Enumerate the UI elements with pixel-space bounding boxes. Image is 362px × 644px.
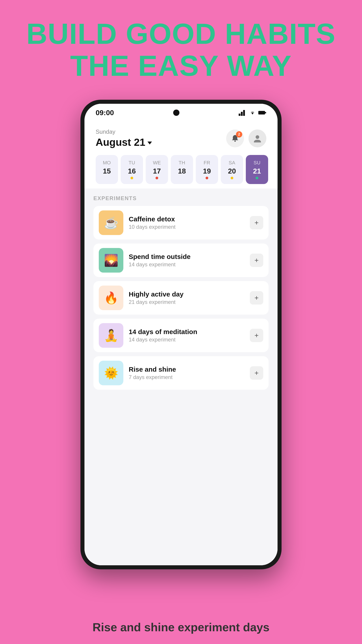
experiment-icon-outside: 🌄 — [99, 248, 123, 272]
svg-marker-0 — [239, 114, 240, 116]
calendar-day-17[interactable]: WE17 — [146, 155, 168, 184]
experiment-icon-meditation: 🧘 — [99, 323, 123, 348]
status-bar: 09:00 — [84, 104, 278, 122]
status-time: 09:00 — [96, 109, 114, 117]
calendar-day-18[interactable]: TH18 — [171, 155, 193, 184]
experiment-subtitle-outside: 14 days experiment — [129, 262, 245, 268]
svg-marker-2 — [243, 110, 245, 116]
experiment-subtitle-riseshine: 7 days experiment — [129, 374, 245, 380]
calendar-day-16[interactable]: TU16 — [121, 155, 143, 184]
calendar-day-19[interactable]: FR19 — [196, 155, 218, 184]
day-label: Sunday — [96, 128, 152, 135]
phone-device: 09:00 — [80, 100, 282, 569]
experiment-title-riseshine: Rise and shine — [129, 366, 245, 373]
experiment-add-button-outside[interactable]: + — [250, 254, 263, 267]
experiments-section: EXPERIMENTS ☕Caffeine detox10 days exper… — [84, 188, 278, 565]
experiment-title-meditation: 14 days of meditation — [129, 328, 245, 336]
experiment-card-riseshine[interactable]: 🌞Rise and shine7 days experiment+ — [93, 356, 269, 390]
experiment-info-active: Highly active day21 days experiment — [129, 290, 245, 305]
experiment-icon-active: 🔥 — [99, 286, 123, 310]
wifi-icon — [249, 110, 257, 116]
experiment-info-caffeine: Caffeine detox10 days experiment — [129, 215, 245, 230]
experiment-card-caffeine[interactable]: ☕Caffeine detox10 days experiment+ — [93, 206, 269, 240]
experiment-add-button-meditation[interactable]: + — [250, 329, 263, 342]
calendar-strip: MO15TU16WE17TH18FR19SA20SU21 — [84, 153, 278, 188]
svg-point-6 — [256, 135, 259, 139]
experiment-card-outside[interactable]: 🌄Spend time outside14 days experiment+ — [93, 244, 269, 277]
bottom-caption: Rise and shine experiment days — [47, 620, 315, 635]
experiment-icon-caffeine: ☕ — [99, 210, 123, 235]
experiment-card-active[interactable]: 🔥Highly active day21 days experiment+ — [93, 281, 269, 314]
experiment-subtitle-meditation: 14 days experiment — [129, 336, 245, 343]
experiment-add-button-riseshine[interactable]: + — [250, 366, 263, 380]
camera-dot — [173, 110, 179, 116]
chevron-down-icon — [147, 142, 152, 144]
hero-title: BUILD GOOD HABITS THE EASY WAY — [26, 18, 336, 82]
experiment-subtitle-active: 21 days experiment — [129, 299, 245, 305]
status-icons — [239, 110, 266, 116]
notification-badge: 2 — [236, 131, 242, 138]
battery-icon — [258, 110, 266, 115]
calendar-dot — [256, 177, 258, 179]
avatar-button[interactable] — [249, 130, 266, 147]
calendar-dot — [206, 177, 208, 179]
notification-button[interactable]: 2 — [226, 130, 244, 147]
phone-screen: 09:00 — [84, 104, 278, 565]
experiment-info-meditation: 14 days of meditation14 days experiment — [129, 328, 245, 343]
calendar-day-21[interactable]: SU21 — [246, 155, 268, 184]
svg-rect-3 — [258, 111, 265, 114]
signal-icon — [239, 110, 247, 116]
calendar-dot — [156, 177, 158, 179]
experiment-add-button-caffeine[interactable]: + — [250, 216, 263, 230]
header-actions: 2 — [226, 130, 266, 147]
date-main[interactable]: August 21 — [96, 136, 152, 148]
app-header: Sunday August 21 2 — [84, 122, 278, 153]
section-label: EXPERIMENTS — [93, 195, 269, 202]
experiment-info-outside: Spend time outside14 days experiment — [129, 253, 245, 268]
date-section: Sunday August 21 — [96, 128, 152, 148]
app-content: Sunday August 21 2 — [84, 122, 278, 565]
experiment-title-active: Highly active day — [129, 290, 245, 298]
experiment-info-riseshine: Rise and shine7 days experiment — [129, 366, 245, 380]
date-text: August 21 — [96, 136, 145, 148]
calendar-dot — [231, 177, 233, 179]
calendar-day-15[interactable]: MO15 — [96, 155, 118, 184]
user-icon — [253, 134, 262, 143]
svg-rect-4 — [265, 112, 266, 113]
experiment-icon-riseshine: 🌞 — [99, 361, 123, 385]
svg-marker-1 — [241, 112, 243, 116]
calendar-dot — [130, 177, 133, 179]
experiment-title-caffeine: Caffeine detox — [129, 215, 245, 223]
svg-point-5 — [234, 140, 236, 142]
experiment-add-button-active[interactable]: + — [250, 291, 263, 304]
experiment-card-meditation[interactable]: 🧘14 days of meditation14 days experiment… — [93, 319, 269, 352]
experiments-list: ☕Caffeine detox10 days experiment+🌄Spend… — [93, 206, 269, 390]
experiment-title-outside: Spend time outside — [129, 253, 245, 260]
experiment-subtitle-caffeine: 10 days experiment — [129, 224, 245, 230]
calendar-day-20[interactable]: SA20 — [221, 155, 243, 184]
